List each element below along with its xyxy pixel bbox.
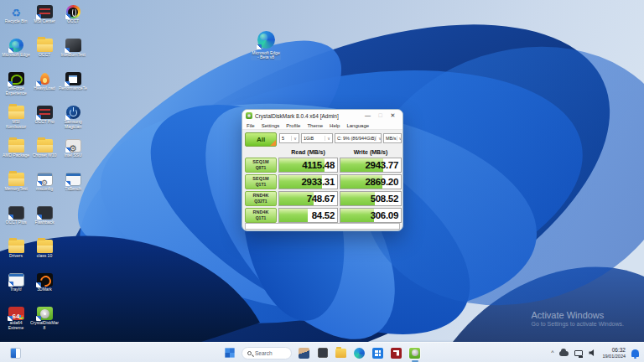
desktop-icon-3dmark[interactable]: 3DMark [30, 273, 59, 307]
desktop-icon-label: MSI Kombustor [2, 120, 30, 130]
menu-help[interactable]: Help [330, 123, 340, 128]
search-input[interactable]: Search [242, 347, 292, 359]
desktop-icon-label: msconfig [30, 187, 59, 192]
onedrive-cloud-icon[interactable] [559, 351, 569, 356]
tray-overflow-chevron[interactable]: ^ [551, 349, 553, 357]
test-count-dropdown[interactable]: 5∨ [279, 133, 299, 143]
read-bar [279, 209, 308, 222]
desktop-icon-label: HeavyLoad [30, 86, 59, 91]
desktop-icon-folder-amd[interactable]: AMD Package [2, 139, 30, 173]
desktop-icon-label: Microsoft Edge [2, 53, 30, 58]
desktop-icon-label: Samsung Magician [59, 120, 87, 130]
taskbar-app-photo[interactable] [298, 347, 310, 359]
start-button[interactable] [223, 347, 236, 359]
recycle-bin-icon: ♻ [8, 5, 24, 18]
menu-bar: File Settings Profile Theme Help Languag… [242, 122, 402, 130]
desktop-icon-edge[interactable]: Microsoft Edge [2, 39, 30, 72]
edge-button[interactable] [353, 347, 366, 359]
desktop-icon-label: OCCT Pro [30, 120, 59, 125]
folder-icon [8, 106, 24, 119]
window-app-icon [65, 173, 81, 186]
taskbar-app-red[interactable] [390, 347, 402, 359]
desktop-icon-samsung-magician[interactable]: Samsung Magician [59, 106, 87, 139]
taskbar-app-dark[interactable] [316, 347, 329, 359]
nvidia-icon [8, 72, 24, 85]
desktop-icon-folder-kombustor[interactable]: MSI Kombustor [2, 106, 30, 139]
read-column-header: Read (MB/s) [278, 148, 338, 157]
desktop-icon-folder-occt[interactable]: OCCT [30, 39, 59, 72]
desktop-icon-label: MSI Center [30, 19, 59, 24]
rnd4k-q32t1-button[interactable]: RND4KQ32T1 [245, 191, 277, 206]
desktop-icon-label: GeForce Experience [2, 86, 30, 96]
desktop-icon-folder-memorytest[interactable]: MemoryTest [2, 173, 30, 206]
desktop-icon-aida64[interactable]: 64aida64 Extreme [2, 307, 30, 340]
desktop-icon-msconfig[interactable]: ⚙msconfig [30, 173, 59, 206]
desktop-icon-txbench[interactable]: TxBench [59, 173, 87, 206]
desktop-icon-intel-ssu[interactable]: ⚙Intel SSU [59, 139, 87, 173]
desktop-icon-trayit[interactable]: TrayIt! [2, 273, 30, 307]
test-size-dropdown[interactable]: 1GiB∨ [301, 133, 333, 143]
seq1m-q1t1-button[interactable]: SEQ1MQ1T1 [245, 174, 277, 189]
menu-profile[interactable]: Profile [286, 123, 300, 128]
taskbar-clock[interactable]: 06:32 19/01/2024 [602, 347, 626, 359]
app-icon [37, 5, 53, 18]
desktop-icon-heavyload[interactable]: HeavyLoad [30, 72, 59, 106]
file-explorer-button[interactable] [335, 347, 347, 359]
edge-icon [257, 31, 275, 49]
crystaldiskmark-taskbar-button[interactable] [408, 347, 421, 359]
menu-language[interactable]: Language [346, 123, 369, 128]
target-drive-dropdown[interactable]: C: 9% (86/944GiB)∨ [335, 133, 382, 143]
folder-icon [8, 139, 24, 153]
minimize-button[interactable]: — [361, 110, 374, 122]
status-bar [245, 223, 400, 230]
speaker-icon[interactable] [589, 349, 596, 357]
desktop-icon-folder-class10[interactable]: class 10 [30, 240, 59, 273]
seq1m-q8t1-read-cell: 4115.48 [278, 158, 338, 173]
aida64-icon: 64 [8, 307, 24, 320]
title-bar[interactable]: CrystalDiskMark 8.0.4 x64 [Admin] — □ ✕ [242, 110, 402, 122]
edge-icon [354, 348, 365, 359]
desktop-icon-geforce[interactable]: GeForce Experience [2, 72, 30, 106]
unit-dropdown[interactable]: MB/s∨ [383, 133, 402, 143]
rnd4k-q1t1-read-cell: 84.52 [278, 208, 338, 223]
desktop-icon-intelburntest[interactable]: IntelBurnTest [59, 39, 87, 72]
desktop-icon-crystaldiskmark[interactable]: CrystalDiskMark 8 [30, 307, 59, 340]
desktop-icon-label: TxBench [59, 187, 87, 192]
desktop-icon-recycle-bin[interactable]: ♻Recycle Bin [2, 5, 30, 39]
desktop-icon-flashback[interactable]: Flashback [30, 206, 59, 240]
app-window-icon [318, 348, 328, 358]
desktop-icon-label: TrayIt! [2, 287, 30, 292]
app-icon [8, 206, 24, 220]
crystaldiskmark-icon [409, 348, 420, 359]
store-button[interactable] [371, 347, 384, 359]
desktop-icon-folder-drivers[interactable]: Drivers [2, 240, 30, 273]
desktop-icon-performancetest[interactable]: PerformanceTest [59, 72, 87, 106]
desktop-icon-occt[interactable]: OCCT [59, 5, 87, 39]
microsoft-store-icon [372, 348, 383, 359]
folder-icon [8, 240, 24, 253]
window-app-icon [8, 273, 24, 287]
close-button[interactable]: ✕ [387, 110, 399, 122]
desktop-icon-occt-plus[interactable]: OCCT Plus [2, 206, 30, 240]
menu-theme[interactable]: Theme [307, 123, 323, 128]
network-icon[interactable] [574, 350, 583, 356]
folder-icon [37, 240, 53, 253]
desktop-icon-folder-chipset[interactable]: Chipset W10 [30, 139, 59, 173]
desktop-icon-label: Intel SSU [59, 153, 87, 158]
menu-settings[interactable]: Settings [262, 123, 280, 128]
rnd4k-q1t1-button[interactable]: RND4KQ1T1 [245, 208, 277, 223]
desktop-icon-occt-pro[interactable]: OCCT Pro [30, 106, 59, 139]
desktop-icon-label: aida64 Extreme [2, 321, 30, 331]
seq1m-q8t1-button[interactable]: SEQ1MQ8T1 [245, 158, 277, 173]
desktop-icon-label: PerformanceTest [59, 86, 87, 91]
desktop-icon-edge-beta[interactable]: Microsoft Edge - Beta v8 [247, 31, 285, 65]
desktop-icon-label: Chipset W10 [30, 153, 59, 158]
write-bar [340, 209, 374, 222]
seq1m-q8t1-write-cell: 2943.77 [340, 158, 402, 173]
desktop-icon-msi-center[interactable]: MSI Center [30, 5, 59, 39]
menu-file[interactable]: File [247, 123, 255, 128]
crystaldiskmark-window: CrystalDiskMark 8.0.4 x64 [Admin] — □ ✕ … [242, 109, 403, 231]
widgets-icon[interactable] [10, 348, 21, 359]
run-all-button[interactable]: All [245, 132, 277, 147]
notification-bell-icon[interactable] [631, 349, 639, 357]
